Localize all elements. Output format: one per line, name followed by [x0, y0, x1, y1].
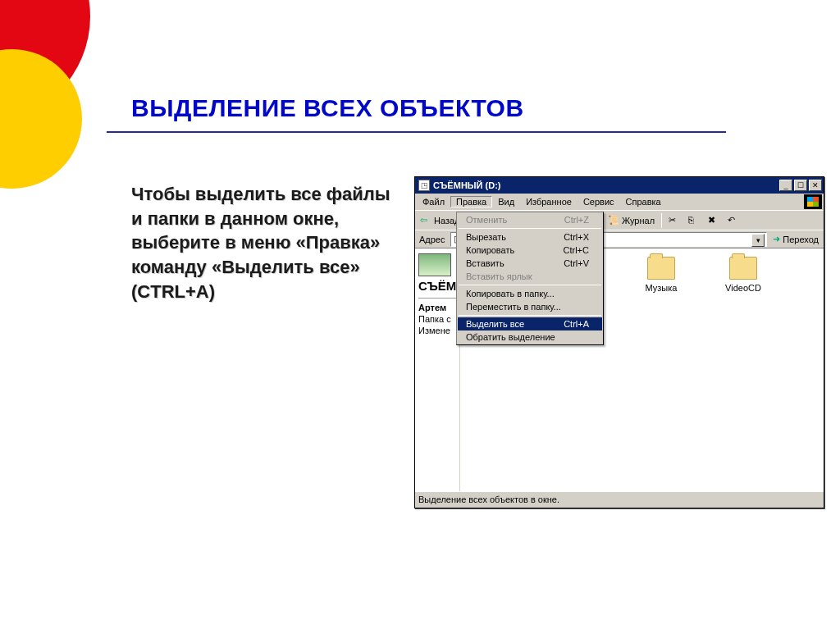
menu-view[interactable]: Вид: [492, 196, 520, 207]
menu-copyto-label: Копировать в папку...: [466, 289, 589, 299]
menu-undo-shortcut: Ctrl+Z: [564, 215, 589, 225]
menu-separator: [459, 285, 601, 285]
drive-icon: ◳: [418, 180, 430, 191]
side-pane: СЪЁМ Артем Папка с Измене: [415, 248, 460, 491]
menu-paste[interactable]: Вставить Ctrl+V: [458, 257, 602, 270]
folder-item-videocd[interactable]: VideoCD: [714, 257, 772, 293]
side-line1: Папка с: [418, 313, 456, 325]
folder-label: VideoCD: [725, 283, 761, 293]
menu-select-all[interactable]: Выделить все Ctrl+A: [458, 317, 602, 330]
title-underline: [107, 131, 726, 133]
folder-label: Музыка: [646, 283, 678, 293]
menu-edit[interactable]: Правка: [450, 196, 492, 207]
go-button[interactable]: Переход: [769, 234, 822, 244]
status-bar: Выделение всех объектов в окне.: [415, 491, 824, 506]
windows-logo-icon: [804, 194, 822, 209]
menu-pastesc-label: Вставить ярлык: [466, 271, 589, 281]
menu-fav[interactable]: Избранное: [520, 196, 578, 207]
menu-paste-shortcut[interactable]: Вставить ярлык: [458, 270, 602, 283]
cut-icon: [669, 215, 680, 226]
menu-selall-label: Выделить все: [466, 319, 564, 329]
side-line2: Измене: [418, 325, 456, 336]
edit-menu-dropdown: Отменить Ctrl+Z Вырезать Ctrl+X Копирова…: [456, 212, 604, 345]
menu-paste-shortcut: Ctrl+V: [564, 258, 589, 268]
delete-icon: [708, 215, 719, 226]
undo-button[interactable]: [724, 212, 742, 229]
side-separator: [418, 298, 456, 299]
status-text: Выделение всех объектов в окне.: [418, 495, 559, 504]
slide-body-text: Чтобы выделить все файлы и папки в данно…: [131, 182, 394, 303]
go-icon: [773, 234, 780, 244]
menu-invert-label: Обратить выделение: [466, 332, 589, 342]
menu-undo-label: Отменить: [466, 215, 564, 225]
slide-title: ВЫДЕЛЕНИЕ ВСЕХ ОБЪЕКТОВ: [131, 94, 524, 122]
cut-button[interactable]: [665, 212, 683, 229]
maximize-button[interactable]: ☐: [794, 180, 807, 191]
menubar: Файл Правка Вид Избранное Сервис Справка: [415, 194, 824, 210]
menu-paste-label: Вставить: [466, 258, 564, 268]
menu-copy-label: Копировать: [466, 245, 564, 255]
menu-copy-to[interactable]: Копировать в папку...: [458, 287, 602, 300]
titlebar[interactable]: ◳ СЪЁМНЫЙ (D:) _ ☐ ✕: [415, 177, 824, 194]
menu-cut-shortcut: Ctrl+X: [564, 232, 589, 242]
back-icon: [420, 215, 431, 226]
folder-icon: [729, 257, 757, 280]
drive-big-icon: [418, 253, 451, 276]
delete-button[interactable]: [705, 212, 723, 229]
folder-item-music[interactable]: Музыка: [632, 257, 690, 293]
menu-moveto-label: Переместить в папку...: [466, 302, 589, 312]
copy-button[interactable]: [685, 212, 703, 229]
explorer-window: ◳ СЪЁМНЫЙ (D:) _ ☐ ✕ Файл Правка Вид Изб…: [414, 176, 824, 508]
menu-undo[interactable]: Отменить Ctrl+Z: [458, 213, 602, 226]
undo-icon: [728, 215, 739, 226]
menu-move-to[interactable]: Переместить в папку...: [458, 300, 602, 313]
address-label: Адрес: [417, 235, 448, 244]
menu-cut-label: Вырезать: [466, 232, 564, 242]
history-label: Журнал: [622, 216, 655, 226]
copy-icon: [688, 215, 700, 226]
menu-help[interactable]: Справка: [620, 196, 667, 207]
drive-name: СЪЁМ: [418, 278, 456, 294]
menu-copy-shortcut: Ctrl+C: [564, 245, 589, 255]
menu-separator: [459, 228, 601, 229]
close-button[interactable]: ✕: [809, 180, 822, 191]
menu-selall-shortcut: Ctrl+A: [564, 319, 589, 329]
minimize-button[interactable]: _: [779, 180, 792, 191]
history-button[interactable]: Журнал: [605, 212, 658, 229]
menu-cut[interactable]: Вырезать Ctrl+X: [458, 230, 602, 244]
menu-separator: [459, 315, 601, 316]
menu-invert-selection[interactable]: Обратить выделение: [458, 330, 602, 344]
menu-copy[interactable]: Копировать Ctrl+C: [458, 244, 602, 257]
window-title: СЪЁМНЫЙ (D:): [433, 180, 776, 190]
folder-icon: [647, 257, 675, 280]
go-label: Переход: [783, 235, 819, 244]
menu-file[interactable]: Файл: [417, 196, 450, 207]
menu-tools[interactable]: Сервис: [578, 196, 620, 207]
side-selection-title: Артем: [418, 303, 446, 312]
toolbar-separator: [661, 213, 662, 228]
history-icon: [608, 215, 619, 226]
